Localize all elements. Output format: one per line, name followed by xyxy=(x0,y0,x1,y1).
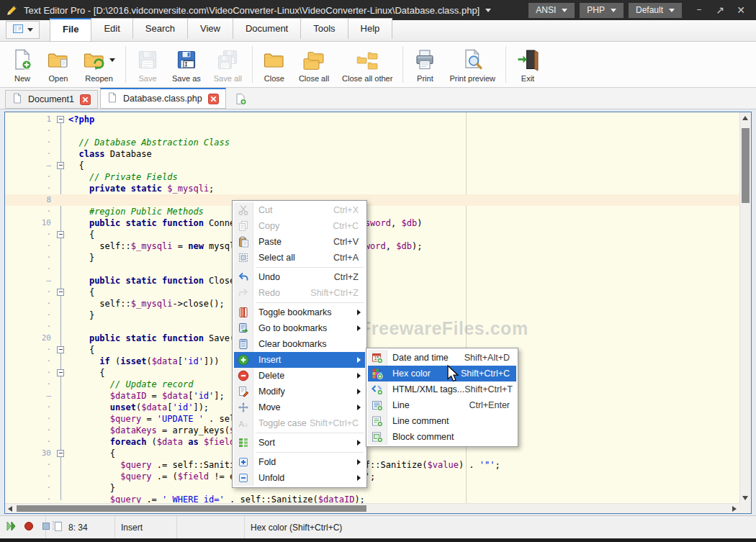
tab-close-icon[interactable] xyxy=(80,94,91,105)
maximize-button[interactable]: ↗ xyxy=(711,2,729,18)
document-tab-document1[interactable]: Document1 xyxy=(5,90,98,109)
menu-item-undo[interactable]: UndoCtrl+Z xyxy=(234,269,365,285)
code-line[interactable]: · self::$_mysqli->close(); xyxy=(5,298,739,310)
code-line[interactable]: · } xyxy=(5,310,739,321)
code-line[interactable]: · { xyxy=(5,286,739,298)
menu-tab-document[interactable]: Document xyxy=(233,18,301,39)
toolbar-button-close-all-other[interactable]: Close all other xyxy=(336,45,399,84)
menu-item-unfold[interactable]: Unfold xyxy=(234,470,365,486)
code-text: } xyxy=(68,482,739,494)
toolbar-button-reopen[interactable]: Reopen xyxy=(76,45,122,84)
toolbar-button-label: Print preview xyxy=(449,74,495,83)
scroll-down-icon[interactable] xyxy=(742,496,748,500)
menu-item-modify[interactable]: Modify xyxy=(234,384,365,399)
menu-tab-file[interactable]: File xyxy=(50,18,91,41)
minimize-button[interactable]: – xyxy=(690,1,708,17)
fold-collapse-icon[interactable] xyxy=(57,162,64,169)
toolbar-button-close[interactable]: Close xyxy=(256,45,292,84)
menu-item-delete[interactable]: Delete xyxy=(234,368,365,384)
titlebar-dropdown-ansi[interactable]: ANSI xyxy=(528,3,575,18)
menu-item-hex-color[interactable]: Hex colorShift+Ctrl+C xyxy=(368,366,516,381)
code-line[interactable]: · $query .= ' WHERE id=' . self::Sanitiz… xyxy=(5,494,739,503)
code-line[interactable]: · $query .= ($field != end($dataKeys)) ?… xyxy=(5,471,739,482)
menu-item-paste[interactable]: PasteCtrl+V xyxy=(234,234,365,250)
scroll-left-icon[interactable] xyxy=(8,506,12,512)
fold-collapse-icon[interactable] xyxy=(57,450,64,457)
code-line[interactable]: · xyxy=(5,321,739,333)
code-line[interactable]: · class Database xyxy=(5,148,739,160)
horizontal-scrollbar[interactable] xyxy=(5,503,739,513)
save-all-icon xyxy=(216,48,239,73)
code-line[interactable]: – { xyxy=(5,160,739,171)
toolbar-button-new[interactable]: New xyxy=(4,45,40,84)
close-button[interactable]: ✕ xyxy=(732,2,750,18)
code-line[interactable]: · xyxy=(5,125,739,137)
code-line[interactable]: · self::$_mysqli = new mysqli($host, $us… xyxy=(5,240,739,252)
submenu-arrow-icon xyxy=(357,389,361,394)
menu-item-date-and-time[interactable]: 15Date and timeShift+Alt+D xyxy=(368,350,516,366)
fold-collapse-icon[interactable] xyxy=(57,346,64,353)
vertical-scroll-thumb[interactable] xyxy=(742,128,750,203)
menu-item-block-comment[interactable]: Block comment xyxy=(368,429,516,445)
toolbar-button-close-all[interactable]: Close all xyxy=(292,45,336,84)
new-document-tab-button[interactable] xyxy=(235,93,247,105)
submenu-arrow-icon xyxy=(357,475,361,481)
toolbar-button-open[interactable]: Open xyxy=(40,45,76,84)
code-line[interactable]: 1<?php xyxy=(5,114,739,125)
code-line[interactable]: · private static $_mysqli; xyxy=(5,183,739,194)
code-line[interactable]: · { xyxy=(5,229,739,240)
fold-collapse-icon[interactable] xyxy=(57,231,64,238)
code-line[interactable]: 20 public static function Save($table, $… xyxy=(5,333,739,344)
toolbar-button-exit[interactable]: Exit xyxy=(510,45,546,84)
menu-item-toggle-bookmarks[interactable]: Toggle bookmarks xyxy=(234,304,365,320)
menu-item-insert[interactable]: Insert xyxy=(234,352,365,368)
code-line[interactable]: · // Database Abstraction Class xyxy=(5,137,739,148)
code-line[interactable]: · #region Public Methods xyxy=(5,206,739,217)
fold-collapse-icon[interactable] xyxy=(57,116,64,123)
chevron-down-icon[interactable] xyxy=(109,58,115,62)
menu-item-html-xml-tags[interactable]: HTML/XML tags...Shift+Ctrl+T xyxy=(368,381,516,397)
menu-item-line-comment[interactable]: Line comment xyxy=(368,413,516,429)
menu-item-clear-bookmarks[interactable]: Clear bookmarks xyxy=(234,336,365,352)
quick-access-button[interactable] xyxy=(6,21,40,39)
horizontal-scroll-thumb[interactable] xyxy=(17,505,366,512)
code-line[interactable]: · $query .= self::Sanitize($field) . ' =… xyxy=(5,459,739,471)
toolbar-button-print-preview[interactable]: Print preview xyxy=(443,45,502,84)
fold-margin xyxy=(54,160,68,171)
titlebar-dropdown-php[interactable]: PHP xyxy=(580,3,624,18)
scroll-right-icon[interactable] xyxy=(732,506,737,512)
toolbar-button-print[interactable]: Print xyxy=(407,45,443,84)
code-line[interactable]: 10 public static function Connect($host,… xyxy=(5,217,739,229)
code-line[interactable]: · } xyxy=(5,252,739,263)
tab-close-icon[interactable] xyxy=(208,94,219,104)
menu-item-move[interactable]: Move xyxy=(234,399,365,415)
menu-tab-edit[interactable]: Edit xyxy=(91,18,132,39)
fold-collapse-icon[interactable] xyxy=(57,369,64,376)
toolbar-button-save-as[interactable]: Save as xyxy=(166,45,207,84)
vertical-scrollbar[interactable] xyxy=(739,112,751,503)
code-line[interactable]: 30 { xyxy=(5,448,739,459)
menu-item-sort[interactable]: Sort xyxy=(234,435,365,451)
menu-tab-help[interactable]: Help xyxy=(348,18,393,39)
scroll-up-icon[interactable] xyxy=(742,116,748,120)
menu-tab-tools[interactable]: Tools xyxy=(300,18,348,39)
code-line[interactable]: · } xyxy=(5,482,739,494)
menu-item-fold[interactable]: Fold xyxy=(234,454,365,470)
title-dropdown-icon[interactable] xyxy=(485,9,491,12)
menu-item-line[interactable]: LineCtrl+Enter xyxy=(368,397,516,413)
code-line[interactable]: – public static function Close() xyxy=(5,275,739,286)
menu-tab-search[interactable]: Search xyxy=(132,18,188,39)
titlebar-dropdown-default[interactable]: Default xyxy=(629,3,682,18)
code-line[interactable]: · // Private Fields xyxy=(5,171,739,183)
document-tab-database-class-php[interactable]: Database.class.php xyxy=(100,88,226,109)
menu-item-select-all[interactable]: Select allCtrl+A xyxy=(234,250,365,266)
menu-tab-view[interactable]: View xyxy=(187,18,233,39)
code-line[interactable]: · xyxy=(5,263,739,275)
run-icon[interactable] xyxy=(6,520,17,534)
menu-item-go-to-bookmarks[interactable]: Go to bookmarks xyxy=(234,320,365,336)
titlebar: Text Editor Pro - [D:\2016.vidconversite… xyxy=(0,0,756,20)
code-line-current[interactable]: 8 xyxy=(5,194,739,206)
menu-item-label: Undo xyxy=(258,272,280,282)
fold-collapse-icon[interactable] xyxy=(57,289,64,296)
record-icon[interactable] xyxy=(23,520,35,534)
